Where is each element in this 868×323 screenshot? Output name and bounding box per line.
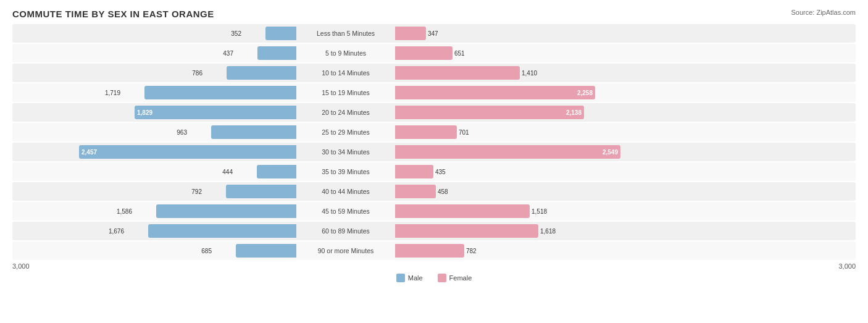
bar-female: 2,258 — [395, 86, 595, 99]
bar-male — [156, 204, 296, 218]
bar-male — [257, 165, 296, 178]
row-label: 90 or more Minutes — [296, 247, 395, 254]
row-label: 20 to 24 Minutes — [296, 109, 395, 116]
male-value-inside: 2,457 — [79, 149, 97, 156]
bar-male — [148, 224, 296, 238]
legend-female: Female — [438, 274, 472, 282]
row-label: 35 to 39 Minutes — [296, 168, 395, 175]
table-row: 1,58645 to 59 Minutes1,518 — [12, 202, 856, 220]
row-label: 30 to 34 Minutes — [296, 148, 395, 156]
female-value-inside: 2,549 — [603, 149, 620, 156]
table-row: 44435 to 39 Minutes435 — [12, 162, 856, 181]
bar-female — [395, 185, 436, 198]
male-label: Male — [408, 274, 423, 282]
row-label: 25 to 29 Minutes — [296, 128, 395, 136]
row-label: 45 to 59 Minutes — [296, 208, 395, 215]
female-value-outside: 458 — [438, 188, 448, 195]
bar-female — [395, 224, 538, 238]
female-value-outside: 1,618 — [540, 228, 556, 235]
bar-male — [226, 185, 296, 198]
bar-female — [395, 125, 457, 139]
chart-area: 352Less than 5 Minutes3474375 to 9 Minut… — [12, 24, 856, 260]
table-row: 78610 to 14 Minutes1,410 — [12, 64, 856, 82]
female-value-inside: 2,138 — [566, 109, 584, 116]
male-value-inside: 1,829 — [135, 109, 152, 116]
table-row: 96325 to 29 Minutes701 — [12, 123, 856, 141]
row-label: 15 to 19 Minutes — [296, 89, 395, 96]
male-value-outside: 352 — [231, 30, 241, 37]
legend-male: Male — [396, 274, 423, 282]
female-label: Female — [449, 274, 472, 282]
chart-title: COMMUTE TIME BY SEX IN EAST ORANGE — [12, 9, 856, 19]
legend: Male Female — [12, 274, 856, 282]
bar-female — [395, 27, 426, 40]
male-value-outside: 437 — [223, 50, 233, 57]
female-value-outside: 1,518 — [532, 208, 547, 215]
bar-female — [395, 204, 530, 218]
female-value-outside: 347 — [428, 30, 438, 37]
male-value-outside: 792 — [191, 188, 202, 195]
table-row: 4375 to 9 Minutes651 — [12, 44, 856, 62]
male-value-outside: 1,719 — [105, 90, 120, 96]
source-label: Source: ZipAtlas.com — [791, 9, 856, 16]
male-value-outside: 1,676 — [109, 228, 124, 235]
bar-male: 1,829 — [135, 106, 296, 119]
axis-left: 3,000 — [12, 262, 296, 270]
female-value-outside: 701 — [459, 129, 469, 136]
axis-right: 3,000 — [572, 262, 856, 270]
bar-male — [265, 27, 296, 40]
bar-male — [227, 66, 296, 80]
row-label: Less than 5 Minutes — [296, 30, 395, 37]
table-row: 1,82920 to 24 Minutes2,138 — [12, 103, 856, 122]
male-value-outside: 685 — [201, 248, 212, 254]
bar-male — [211, 125, 296, 139]
male-value-outside: 444 — [222, 169, 233, 175]
bar-male — [144, 86, 296, 99]
female-value-inside: 2,258 — [577, 90, 595, 96]
table-row: 2,45730 to 34 Minutes2,549 — [12, 143, 856, 161]
row-label: 10 to 14 Minutes — [296, 69, 395, 77]
bar-male — [257, 46, 296, 60]
table-row: 1,67660 to 89 Minutes1,618 — [12, 222, 856, 240]
female-value-outside: 1,410 — [522, 70, 537, 77]
bar-female — [395, 244, 464, 258]
male-value-outside: 963 — [177, 129, 187, 136]
table-row: 79240 to 44 Minutes458 — [12, 182, 856, 201]
chart-container: COMMUTE TIME BY SEX IN EAST ORANGE Sourc… — [0, 0, 868, 323]
male-color-box — [396, 274, 405, 282]
table-row: 352Less than 5 Minutes347 — [12, 24, 856, 43]
axis-row: 3,000 3,000 — [12, 260, 856, 271]
row-label: 40 to 44 Minutes — [296, 188, 395, 195]
female-color-box — [438, 274, 446, 282]
bar-female: 2,138 — [395, 106, 584, 119]
bar-female — [395, 66, 520, 80]
row-label: 60 to 89 Minutes — [296, 227, 395, 235]
bar-female — [395, 46, 453, 60]
male-value-outside: 786 — [192, 70, 202, 77]
table-row: 1,71915 to 19 Minutes2,258 — [12, 83, 856, 102]
male-value-outside: 1,586 — [117, 208, 132, 215]
female-value-outside: 435 — [435, 169, 446, 175]
bar-female: 2,549 — [395, 145, 620, 159]
bar-male — [236, 244, 296, 258]
bar-male: 2,457 — [79, 145, 296, 159]
female-value-outside: 782 — [466, 248, 477, 254]
table-row: 68590 or more Minutes782 — [12, 241, 856, 260]
female-value-outside: 651 — [454, 50, 465, 57]
bar-female — [395, 165, 433, 178]
row-label: 5 to 9 Minutes — [296, 49, 395, 57]
